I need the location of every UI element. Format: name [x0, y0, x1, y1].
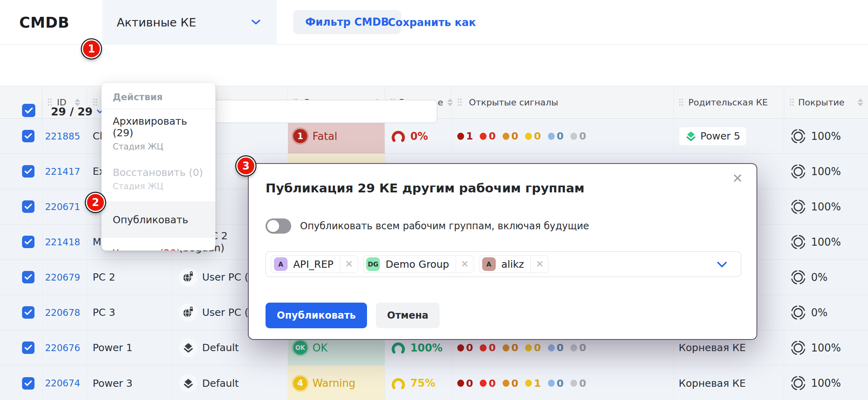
signal-dot	[548, 133, 555, 140]
row-checkbox[interactable]	[22, 130, 34, 142]
row-checkbox[interactable]	[22, 236, 34, 248]
selection-count[interactable]: 29 / 29	[51, 101, 103, 122]
row-checkbox[interactable]	[22, 377, 34, 390]
coverage-icon	[789, 233, 807, 251]
drag-handle-icon[interactable]	[457, 98, 462, 106]
signal-dot	[480, 133, 487, 140]
status-cell: 1 Fatal	[288, 119, 385, 154]
row-checkbox-cell	[0, 260, 43, 295]
signal-dot	[570, 133, 577, 140]
row-checkbox[interactable]	[22, 341, 34, 354]
header-coverage[interactable]: Покрытие	[784, 86, 868, 118]
globe-lock-icon	[179, 268, 197, 287]
workgroups-select[interactable]: A API_REP ✕ DG Demo Group ✕ A alikz ✕	[266, 251, 741, 277]
header-signals[interactable]: Открытые сигналы	[452, 86, 674, 118]
row-checkbox-cell	[0, 189, 43, 224]
table-row[interactable]: 220674 Power 3 Default 4 Warning 75% 0 0…	[0, 366, 868, 400]
signal-dot	[457, 344, 464, 352]
id-link[interactable]: 221885	[45, 131, 80, 141]
row-checkbox[interactable]	[22, 165, 34, 178]
menu-item-publish[interactable]: Опубликовать	[101, 202, 215, 237]
annotation-badge-3: 3	[236, 156, 256, 176]
open-signals-cell: 0 0 0 1 0 0	[452, 366, 674, 400]
drag-handle-icon[interactable]	[679, 98, 683, 106]
top-header: CMDB Активные КЕ Фильтр CMDB Сохранить к…	[0, 0, 868, 45]
signal-dot	[503, 133, 509, 140]
health-cell: 75%	[385, 366, 452, 400]
parent-ci-cell: Корневая КЕ	[674, 366, 784, 400]
sort-icon[interactable]	[858, 99, 863, 106]
coverage-percent: 100%	[811, 377, 841, 389]
app-logo: CMDB	[19, 0, 69, 45]
remove-chip-icon[interactable]: ✕	[340, 259, 358, 270]
status-badge: 1	[293, 129, 307, 143]
coverage-icon	[789, 339, 807, 357]
type-cell: Default	[172, 366, 288, 400]
avatar: DG	[366, 257, 380, 271]
id-link[interactable]: 220679	[45, 272, 80, 283]
id-cell: 221885	[43, 119, 87, 154]
coverage-cell: 100%	[784, 189, 868, 224]
id-link[interactable]: 220676	[45, 343, 80, 353]
publish-all-toggle[interactable]	[266, 218, 291, 234]
signal-dot	[457, 133, 464, 140]
globe-lock-icon	[179, 303, 197, 322]
health-gauge-icon	[390, 341, 406, 354]
id-link[interactable]: 220674	[45, 378, 80, 388]
row-checkbox[interactable]	[22, 200, 34, 213]
coverage-cell: 0%	[784, 295, 868, 330]
save-as-button[interactable]: Сохранить как	[388, 0, 476, 45]
workgroup-chip: A alikz ✕	[479, 255, 549, 273]
select-all-checkbox[interactable]	[22, 104, 35, 117]
chip-label: API_REP	[293, 259, 333, 270]
annotation-badge-1: 1	[82, 39, 101, 59]
layers-icon	[179, 374, 197, 392]
status-label: Warning	[312, 377, 355, 389]
health-gauge-icon	[390, 377, 406, 390]
id-link[interactable]: 221418	[45, 237, 80, 247]
remove-chip-icon[interactable]: ✕	[531, 259, 548, 270]
coverage-icon	[789, 198, 807, 216]
row-checkbox[interactable]	[22, 306, 34, 319]
workgroup-chip: A API_REP ✕	[271, 255, 358, 273]
drag-handle-icon[interactable]	[789, 98, 794, 106]
header-parent[interactable]: Родительская КЕ	[674, 86, 784, 118]
coverage-percent: 0%	[811, 271, 827, 283]
publish-button[interactable]: Опубликовать	[266, 303, 367, 328]
workgroup-chip: DG Demo Group ✕	[363, 255, 474, 273]
cmdb-filter-button[interactable]: Фильтр CMDB	[293, 10, 401, 34]
row-checkbox-cell	[0, 295, 43, 330]
menu-item-archive[interactable]: Архивировать (29) Стадия ЖЦ	[101, 109, 215, 152]
signal-dot	[570, 380, 577, 387]
cancel-button[interactable]: Отмена	[376, 303, 440, 328]
row-checkbox-cell	[0, 330, 43, 365]
view-selector[interactable]: Активные КЕ	[102, 0, 277, 45]
health-cell: 0%	[385, 119, 452, 154]
modal-title: Публикация 29 КЕ другим рабочим группам	[266, 181, 584, 195]
id-link[interactable]: 220678	[45, 307, 80, 318]
id-link[interactable]: 221417	[45, 166, 80, 177]
coverage-icon	[789, 127, 807, 145]
toggle-label: Опубликовать всем рабочим группам, включ…	[300, 220, 589, 232]
coverage-cell: 100%	[784, 224, 868, 259]
id-cell: 221417	[43, 154, 87, 189]
name-cell: Power 3	[87, 366, 172, 400]
chevron-down-icon[interactable]	[717, 261, 727, 269]
remove-chip-icon[interactable]: ✕	[456, 259, 474, 270]
status-badge: OK	[293, 341, 307, 355]
header-label: Родительская КЕ	[688, 97, 768, 107]
row-checkbox[interactable]	[22, 271, 34, 283]
menu-item-delete[interactable]: Удалить (29)	[101, 238, 215, 251]
coverage-percent: 100%	[811, 166, 841, 178]
close-icon[interactable]: ✕	[732, 172, 743, 185]
id-link[interactable]: 220671	[45, 202, 80, 212]
row-checkbox-cell	[0, 366, 43, 400]
avatar: A	[274, 257, 288, 271]
parent-ci-badge[interactable]: Power 5	[679, 127, 747, 146]
avatar: A	[482, 257, 496, 271]
header-label: Открытые сигналы	[469, 97, 558, 107]
signal-dot	[525, 344, 532, 352]
coverage-icon	[789, 269, 807, 286]
menu-item-restore: Восстановить (0) Стадия ЖЦ	[101, 160, 215, 191]
signal-dot	[548, 380, 555, 387]
